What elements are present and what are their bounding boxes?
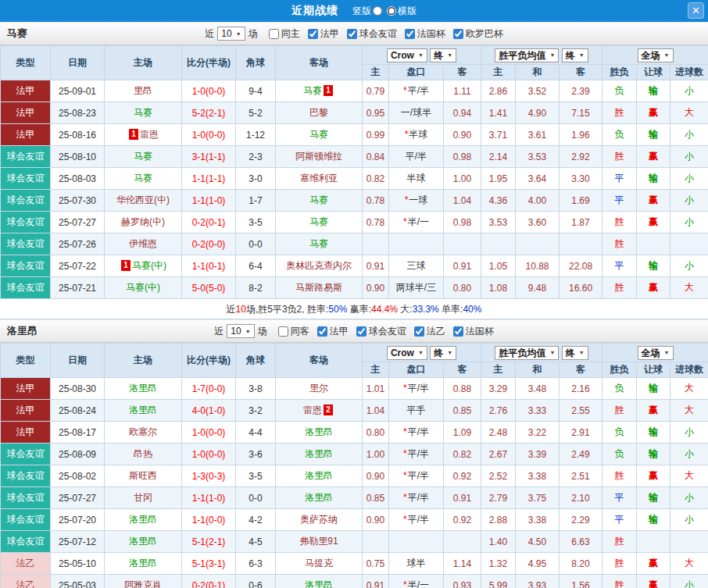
team-name-opponent: 里尔	[309, 383, 328, 394]
corner-cell: 6-4	[236, 255, 276, 277]
odds-source-dropdown[interactable]: Crow▼	[387, 48, 427, 62]
avg-final-dropdown[interactable]: 终▼	[562, 346, 588, 360]
scope-group-header: 全场▼	[603, 46, 708, 65]
col-header-date: 日期	[51, 46, 105, 80]
avg-away-cell: 7.15	[560, 102, 603, 124]
filter-option[interactable]: 法甲	[308, 27, 339, 41]
filter-checkbox[interactable]	[308, 29, 318, 39]
filter-option[interactable]: 球会友谊	[347, 27, 397, 41]
corner-cell: 4-5	[236, 531, 276, 553]
filter-checkbox[interactable]	[405, 29, 415, 39]
filter-checkbox[interactable]	[356, 326, 367, 337]
filter-option[interactable]: 法甲	[317, 325, 349, 338]
red-card-badge: 1	[324, 85, 333, 96]
avg-draw-cell: 3.38	[516, 509, 560, 531]
score-cell: 5-1(3-1)	[182, 553, 236, 575]
home-team-cell: 欧塞尔	[105, 422, 182, 444]
horizontal-layout-option[interactable]: 横版	[387, 5, 417, 18]
team-name-self: 马赛	[309, 216, 328, 227]
match-row: 球会友谊25-08-09昂热1-0(0-0)3-6洛里昂1.00*平/半0.82…	[1, 444, 708, 465]
filter-checkbox[interactable]	[453, 29, 463, 39]
score-cell: 0-2(0-1)	[182, 212, 236, 233]
filter-option[interactable]: 球会友谊	[356, 325, 406, 338]
odds-final-dropdown[interactable]: 终▼	[430, 48, 456, 62]
vertical-layout-radio[interactable]	[373, 6, 382, 16]
filter-option[interactable]: 法乙	[414, 325, 445, 338]
team-name-self: 马赛(中)	[132, 260, 166, 271]
odds-final-dropdown[interactable]: 终▼	[430, 346, 456, 360]
home-team-cell: 赫罗纳(中)	[105, 212, 182, 233]
filter-option[interactable]: 同客	[278, 325, 309, 338]
summary-segment: 50%	[328, 304, 347, 315]
filter-checkbox-group: 同客法甲球会友谊法乙法国杯	[270, 325, 494, 338]
vertical-layout-option[interactable]: 竖版	[352, 5, 382, 18]
avg-type-dropdown[interactable]: 胜平负均值▼	[495, 48, 559, 62]
away-team-cell: 巴黎	[276, 102, 363, 124]
odds-away-cell: 1.04	[444, 190, 481, 212]
handicap-cell: 平/半	[389, 146, 444, 168]
filter-option[interactable]: 同主	[269, 27, 300, 41]
result-cell: 负	[603, 80, 637, 102]
team-name-opponent: 伊维恩	[129, 238, 157, 249]
handicap-result-cell: 输	[637, 444, 670, 465]
match-row: 球会友谊25-07-221马赛(中)1-1(0-1)6-4奥林匹克查内尔0.91…	[1, 255, 708, 277]
handicap-text: 半球	[409, 129, 427, 140]
filter-checkbox[interactable]	[347, 29, 357, 39]
favorite-star-icon: *	[403, 470, 407, 481]
odds-source-dropdown[interactable]: Crow▼	[387, 346, 427, 360]
scope-dropdown[interactable]: 全场▼	[638, 48, 674, 62]
match-row: 球会友谊25-08-02斯旺西1-3(0-3)3-5洛里昂0.90*平/半0.9…	[1, 465, 708, 487]
col-header-type: 类型	[1, 46, 51, 80]
horizontal-layout-radio[interactable]	[387, 6, 396, 16]
avg-final-dropdown[interactable]: 终▼	[562, 48, 588, 62]
odds-home-cell	[363, 531, 389, 553]
filter-option[interactable]: 法国杯	[453, 325, 494, 338]
away-team-cell: 塞维利亚	[276, 168, 363, 190]
team-name-self: 马赛	[303, 85, 322, 96]
goals-size-cell: 小	[670, 422, 708, 444]
away-team-cell: 奥萨苏纳	[276, 509, 363, 531]
home-team-cell: 伊维恩	[105, 233, 182, 255]
goals-size-cell: 大	[670, 400, 708, 422]
handicap-result-cell: 赢	[637, 465, 670, 487]
team-name-self: 洛里昂	[129, 514, 157, 525]
chevron-down-icon: ▼	[579, 350, 585, 355]
odds-home-cell: 0.90	[363, 509, 389, 531]
corner-cell: 4-4	[236, 422, 276, 444]
match-row: 法乙25-05-03阿雅克肖0-2(0-1)0-6洛里昂0.91*半/一0.93…	[1, 575, 708, 588]
col-header-handicap-result: 让球	[637, 65, 670, 80]
league-type-cell: 球会友谊	[1, 255, 51, 277]
filter-checkbox[interactable]	[269, 29, 279, 39]
date-cell: 25-07-12	[51, 531, 105, 553]
col-header-corner: 角球	[236, 344, 276, 378]
result-cell: 负	[603, 444, 637, 465]
col-header-away: 客场	[276, 46, 363, 80]
scope-dropdown[interactable]: 全场▼	[638, 346, 674, 360]
filter-checkbox[interactable]	[278, 326, 288, 337]
team-name-header: 洛里昂	[7, 324, 38, 338]
league-type-cell: 法乙	[1, 575, 51, 588]
result-cell: 平	[603, 487, 637, 509]
avg-type-dropdown[interactable]: 胜平负均值▼	[495, 346, 559, 360]
record-summary: 近10场,胜5平3负2, 胜率:50% 赢率:44.4% 大:33.3% 单率:…	[0, 299, 708, 319]
odds-final-value: 终	[434, 51, 443, 60]
scope-value: 全场	[642, 348, 660, 358]
date-cell: 25-08-03	[51, 168, 105, 190]
filter-checkbox[interactable]	[414, 326, 424, 337]
favorite-star-icon: *	[403, 514, 407, 525]
filter-option-label: 法甲	[330, 325, 349, 338]
avg-home-cell: 1.95	[481, 168, 516, 190]
filter-option-label: 球会友谊	[369, 325, 406, 338]
filter-checkbox[interactable]	[317, 326, 327, 337]
filter-option[interactable]: 法国杯	[405, 27, 445, 41]
result-cell: 负	[603, 124, 637, 146]
filter-checkbox[interactable]	[453, 326, 463, 337]
match-count-dropdown[interactable]: 10▼	[217, 27, 245, 41]
avg-draw-cell: 3.61	[516, 124, 560, 146]
scope-value: 全场	[642, 51, 660, 60]
odds-home-cell: 1.00	[363, 444, 389, 465]
match-count-dropdown[interactable]: 10▼	[227, 324, 254, 338]
filter-option[interactable]: 欧罗巴杯	[453, 27, 503, 41]
close-icon[interactable]: ✕	[688, 2, 704, 19]
date-cell: 25-07-26	[51, 233, 105, 255]
